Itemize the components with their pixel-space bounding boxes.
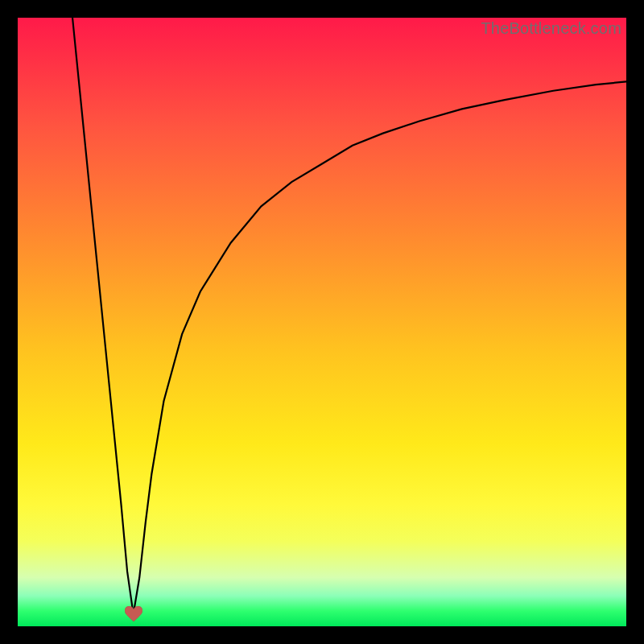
- chart-frame: TheBottleneck.com: [0, 0, 644, 644]
- heart-icon: [125, 606, 142, 622]
- plot-area: TheBottleneck.com: [18, 18, 626, 626]
- bottleneck-curve: [18, 18, 626, 626]
- heart-shape: [125, 606, 142, 621]
- curve-path: [72, 18, 626, 614]
